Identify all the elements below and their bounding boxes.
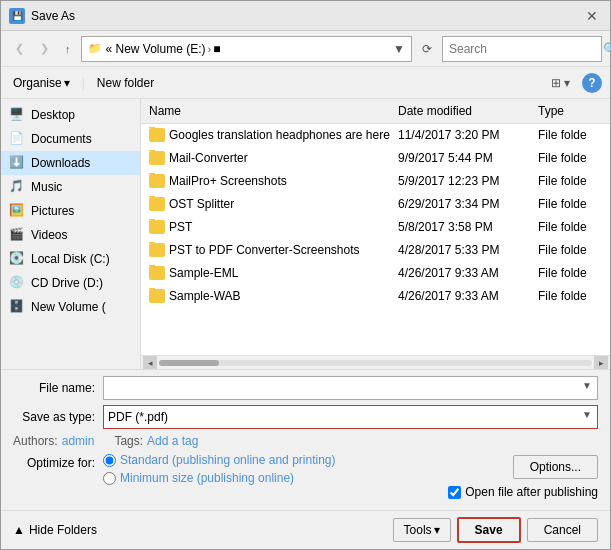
table-row[interactable]: Sample-WAB 4/26/2017 9:33 AM File folde <box>141 285 610 308</box>
search-icon: 🔍 <box>603 42 611 56</box>
sidebar-item-videos[interactable]: 🎬 Videos <box>1 223 140 247</box>
col-type-header[interactable]: Type <box>530 102 610 120</box>
path-dropdown-arrow[interactable]: ▼ <box>393 42 405 56</box>
meta-row: Authors: admin Tags: Add a tag <box>13 434 598 448</box>
hide-folders-button[interactable]: ▲ Hide Folders <box>13 523 97 537</box>
sidebar-item-cd-drive[interactable]: 💿 CD Drive (D:) <box>1 271 140 295</box>
file-name-cell: PST to PDF Converter-Screenshots <box>169 243 360 257</box>
sidebar-item-documents[interactable]: 📄 Documents <box>1 127 140 151</box>
help-button[interactable]: ? <box>582 73 602 93</box>
folder-icon <box>149 266 165 280</box>
file-name-cell: OST Splitter <box>169 197 234 211</box>
optimize-standard-label: Standard (publishing online and printing… <box>120 453 335 467</box>
horizontal-scrollbar[interactable]: ◂ ▸ <box>141 355 610 369</box>
file-name-input-wrapper <box>103 376 598 400</box>
title-bar: 💾 Save As ✕ <box>1 1 610 31</box>
folder-icon <box>149 174 165 188</box>
file-name-input[interactable] <box>103 376 598 400</box>
folder-icon <box>149 151 165 165</box>
tags-value[interactable]: Add a tag <box>147 434 198 448</box>
optimize-minimum-label: Minimum size (publishing online) <box>120 471 294 485</box>
address-bar[interactable]: 📁 « New Volume (E:) › ■ ▼ <box>81 36 413 62</box>
open-after-checkbox[interactable] <box>448 486 461 499</box>
sidebar-item-label: Local Disk (C:) <box>31 252 110 266</box>
save-as-dialog: 💾 Save As ✕ ❮ ❯ ↑ 📁 « New Volume (E:) › … <box>0 0 611 550</box>
sidebar-item-local-disk[interactable]: 💽 Local Disk (C:) <box>1 247 140 271</box>
folder-icon <box>149 243 165 257</box>
hide-folders-label: Hide Folders <box>29 523 97 537</box>
table-row[interactable]: Sample-EML 4/26/2017 9:33 AM File folde <box>141 262 610 285</box>
file-type-cell: File folde <box>530 288 610 304</box>
open-after-checkbox-row[interactable]: Open file after publishing <box>448 485 598 499</box>
folder-icon <box>149 220 165 234</box>
file-type-cell: File folde <box>530 265 610 281</box>
path-breadcrumb: « New Volume (E:) › ■ <box>106 42 221 56</box>
sidebar-item-downloads[interactable]: ⬇️ Downloads <box>1 151 140 175</box>
save-button[interactable]: Save <box>457 517 521 543</box>
file-name-row: File name: <box>13 376 598 400</box>
optimize-row: Optimize for: Standard (publishing onlin… <box>13 453 448 485</box>
organise-button[interactable]: Organise ▾ <box>9 74 74 92</box>
view-button[interactable]: ⊞ ▾ <box>547 74 574 92</box>
optimize-minimum-radio[interactable] <box>103 472 116 485</box>
table-row[interactable]: Mail-Converter 9/9/2017 5:44 PM File fol… <box>141 147 610 170</box>
file-date-cell: 6/29/2017 3:34 PM <box>390 196 530 212</box>
cancel-button[interactable]: Cancel <box>527 518 598 542</box>
file-date-cell: 4/26/2017 9:33 AM <box>390 265 530 281</box>
forward-button[interactable]: ❯ <box>34 38 55 59</box>
optimize-label: Optimize for: <box>13 453 103 473</box>
folder-icon <box>149 197 165 211</box>
sidebar-item-label: Pictures <box>31 204 74 218</box>
scroll-left-button[interactable]: ◂ <box>143 356 157 370</box>
downloads-icon: ⬇️ <box>9 155 25 171</box>
file-name-cell: Googles translation headphones are here.… <box>169 128 390 142</box>
optimize-standard-option[interactable]: Standard (publishing online and printing… <box>103 453 335 467</box>
sidebar-item-new-volume[interactable]: 🗄️ New Volume ( <box>1 295 140 319</box>
col-name-header[interactable]: Name <box>141 102 390 120</box>
table-row[interactable]: Googles translation headphones are here.… <box>141 124 610 147</box>
scroll-thumb[interactable] <box>159 360 219 366</box>
refresh-button[interactable]: ⟳ <box>416 38 438 60</box>
file-name-cell: Sample-EML <box>169 266 238 280</box>
authors-value[interactable]: admin <box>62 434 95 448</box>
options-button[interactable]: Options... <box>513 455 598 479</box>
table-row[interactable]: MailPro+ Screenshots 5/9/2017 12:23 PM F… <box>141 170 610 193</box>
scroll-right-button[interactable]: ▸ <box>594 356 608 370</box>
file-list-area: Name Date modified Type Googles translat… <box>141 99 610 369</box>
dialog-icon: 💾 <box>9 8 25 24</box>
table-row[interactable]: PST 5/8/2017 3:58 PM File folde <box>141 216 610 239</box>
main-content: 🖥️ Desktop 📄 Documents ⬇️ Downloads 🎵 Mu… <box>1 99 610 369</box>
sidebar-item-pictures[interactable]: 🖼️ Pictures <box>1 199 140 223</box>
sidebar-item-label: Desktop <box>31 108 75 122</box>
authors-label: Authors: <box>13 434 58 448</box>
col-date-header[interactable]: Date modified <box>390 102 530 120</box>
file-list-header: Name Date modified Type <box>141 99 610 124</box>
file-date-cell: 11/4/2017 3:20 PM <box>390 127 530 143</box>
tags-item: Tags: Add a tag <box>114 434 198 448</box>
tags-label: Tags: <box>114 434 143 448</box>
sidebar-item-desktop[interactable]: 🖥️ Desktop <box>1 103 140 127</box>
optimize-options: Standard (publishing online and printing… <box>103 453 335 485</box>
file-name-cell: Mail-Converter <box>169 151 248 165</box>
save-as-type-select[interactable]: PDF (*.pdf) Word Document (*.docx) Plain… <box>103 405 598 429</box>
table-row[interactable]: OST Splitter 6/29/2017 3:34 PM File fold… <box>141 193 610 216</box>
new-folder-button[interactable]: New folder <box>93 74 158 92</box>
hide-folders-arrow: ▲ <box>13 523 25 537</box>
optimize-minimum-option[interactable]: Minimum size (publishing online) <box>103 471 335 485</box>
close-button[interactable]: ✕ <box>582 6 602 26</box>
sidebar-item-label: New Volume ( <box>31 300 106 314</box>
sidebar-item-music[interactable]: 🎵 Music <box>1 175 140 199</box>
file-type-cell: File folde <box>530 173 610 189</box>
file-name-cell: MailPro+ Screenshots <box>169 174 287 188</box>
scroll-track <box>159 360 592 366</box>
tools-button[interactable]: Tools ▾ <box>393 518 451 542</box>
new-volume-icon: 🗄️ <box>9 299 25 315</box>
optimize-standard-radio[interactable] <box>103 454 116 467</box>
file-date-cell: 9/9/2017 5:44 PM <box>390 150 530 166</box>
up-button[interactable]: ↑ <box>59 39 77 59</box>
table-row[interactable]: PST to PDF Converter-Screenshots 4/28/20… <box>141 239 610 262</box>
search-box[interactable]: 🔍 <box>442 36 602 62</box>
back-button[interactable]: ❮ <box>9 38 30 59</box>
search-input[interactable] <box>449 42 599 56</box>
tools-label: Tools <box>404 523 432 537</box>
